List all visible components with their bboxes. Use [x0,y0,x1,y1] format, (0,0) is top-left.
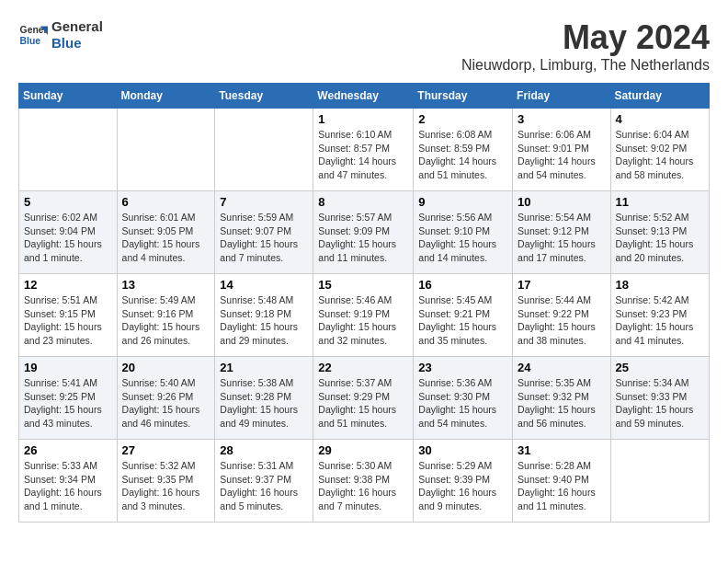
day-number: 14 [220,278,308,292]
sunrise-text: Sunrise: 5:45 AM [418,294,492,305]
calendar-cell: 14 Sunrise: 5:48 AM Sunset: 9:18 PM Dayl… [215,274,313,357]
sunrise-text: Sunrise: 5:32 AM [122,460,196,471]
day-number: 19 [24,361,112,374]
header-row: Sunday Monday Tuesday Wednesday Thursday… [19,84,710,109]
day-info: Sunrise: 5:42 AM Sunset: 9:23 PM Dayligh… [616,293,704,348]
calendar-cell: 30 Sunrise: 5:29 AM Sunset: 9:39 PM Dayl… [414,440,513,523]
calendar-cell: 21 Sunrise: 5:38 AM Sunset: 9:28 PM Dayl… [215,357,313,440]
sunrise-text: Sunrise: 5:29 AM [418,460,492,471]
sunrise-text: Sunrise: 5:36 AM [418,377,492,388]
sunrise-text: Sunrise: 5:52 AM [616,212,689,223]
day-number: 18 [616,278,704,292]
sunset-text: Sunset: 9:25 PM [24,391,96,402]
header-friday: Friday [513,84,611,109]
day-number: 6 [122,195,210,209]
day-number: 31 [518,443,606,457]
sunset-text: Sunset: 9:29 PM [318,391,390,402]
sunrise-text: Sunrise: 5:49 AM [122,294,196,305]
day-number: 21 [220,361,308,374]
sunset-text: Sunset: 9:19 PM [318,308,390,319]
calendar-cell: 26 Sunrise: 5:33 AM Sunset: 9:34 PM Dayl… [19,440,118,523]
sunset-text: Sunset: 9:37 PM [220,474,291,485]
day-info: Sunrise: 6:06 AM Sunset: 9:01 PM Dayligh… [518,128,606,182]
sunset-text: Sunset: 9:21 PM [418,308,490,319]
week-row-2: 5 Sunrise: 6:02 AM Sunset: 9:04 PM Dayli… [19,191,710,274]
calendar-cell [19,109,118,191]
daylight-text: Daylight: 16 hours and 11 minutes. [518,487,596,511]
sunset-text: Sunset: 9:13 PM [616,225,688,236]
header-thursday: Thursday [414,84,513,109]
day-number: 24 [518,361,606,374]
sunset-text: Sunset: 9:33 PM [616,391,688,402]
day-info: Sunrise: 5:36 AM Sunset: 9:30 PM Dayligh… [418,376,507,431]
day-info: Sunrise: 5:37 AM Sunset: 9:29 PM Dayligh… [318,376,408,431]
day-info: Sunrise: 6:02 AM Sunset: 9:04 PM Dayligh… [24,211,112,265]
daylight-text: Daylight: 15 hours and 7 minutes. [220,238,298,263]
sunrise-text: Sunrise: 6:01 AM [122,212,196,223]
day-info: Sunrise: 5:40 AM Sunset: 9:26 PM Dayligh… [122,376,210,431]
day-info: Sunrise: 6:01 AM Sunset: 9:05 PM Dayligh… [122,211,210,265]
day-number: 28 [220,443,308,457]
sunrise-text: Sunrise: 5:42 AM [616,294,689,305]
calendar-cell: 18 Sunrise: 5:42 AM Sunset: 9:23 PM Dayl… [610,274,709,357]
calendar-cell [610,440,709,523]
daylight-text: Daylight: 15 hours and 29 minutes. [220,321,298,346]
sunrise-text: Sunrise: 6:04 AM [616,129,689,140]
sunset-text: Sunset: 9:38 PM [318,474,390,485]
calendar-cell: 27 Sunrise: 5:32 AM Sunset: 9:35 PM Dayl… [117,440,215,523]
sunrise-text: Sunrise: 5:48 AM [220,294,293,305]
daylight-text: Daylight: 16 hours and 7 minutes. [318,487,396,511]
day-info: Sunrise: 5:45 AM Sunset: 9:21 PM Dayligh… [418,293,507,348]
sunset-text: Sunset: 9:05 PM [122,225,194,236]
daylight-text: Daylight: 15 hours and 23 minutes. [24,321,102,346]
daylight-text: Daylight: 15 hours and 41 minutes. [616,321,694,346]
sunset-text: Sunset: 9:22 PM [518,308,589,319]
day-number: 29 [318,443,408,457]
calendar-cell: 16 Sunrise: 5:45 AM Sunset: 9:21 PM Dayl… [414,274,513,357]
logo-blue-text: Blue [51,35,103,52]
title-block: May 2024 Nieuwdorp, Limburg, The Netherl… [461,18,710,74]
daylight-text: Daylight: 15 hours and 32 minutes. [318,321,396,346]
day-info: Sunrise: 5:56 AM Sunset: 9:10 PM Dayligh… [418,211,507,265]
daylight-text: Daylight: 15 hours and 35 minutes. [418,321,496,346]
calendar-cell: 1 Sunrise: 6:10 AM Sunset: 8:57 PM Dayli… [313,109,414,191]
daylight-text: Daylight: 15 hours and 4 minutes. [122,238,200,263]
sunrise-text: Sunrise: 5:31 AM [220,460,293,471]
week-row-5: 26 Sunrise: 5:33 AM Sunset: 9:34 PM Dayl… [19,440,710,523]
sunset-text: Sunset: 8:59 PM [418,143,490,154]
sunset-text: Sunset: 9:01 PM [518,143,589,154]
day-info: Sunrise: 5:48 AM Sunset: 9:18 PM Dayligh… [220,293,308,348]
calendar-cell: 8 Sunrise: 5:57 AM Sunset: 9:09 PM Dayli… [313,191,414,274]
daylight-text: Daylight: 14 hours and 54 minutes. [518,155,596,180]
sunset-text: Sunset: 9:28 PM [220,391,291,402]
calendar-cell: 10 Sunrise: 5:54 AM Sunset: 9:12 PM Dayl… [513,191,611,274]
daylight-text: Daylight: 15 hours and 46 minutes. [122,404,200,429]
sunset-text: Sunset: 9:09 PM [318,225,390,236]
sunrise-text: Sunrise: 5:30 AM [318,460,392,471]
sunset-text: Sunset: 9:18 PM [220,308,291,319]
daylight-text: Daylight: 15 hours and 59 minutes. [616,404,694,429]
sunrise-text: Sunrise: 5:46 AM [318,294,392,305]
daylight-text: Daylight: 14 hours and 58 minutes. [616,155,694,180]
week-row-1: 1 Sunrise: 6:10 AM Sunset: 8:57 PM Dayli… [19,109,710,191]
sunrise-text: Sunrise: 5:56 AM [418,212,492,223]
day-number: 3 [518,112,606,126]
sunrise-text: Sunrise: 5:38 AM [220,377,293,388]
sunrise-text: Sunrise: 5:40 AM [122,377,196,388]
daylight-text: Daylight: 15 hours and 14 minutes. [418,238,496,263]
day-number: 5 [24,195,112,209]
sunset-text: Sunset: 9:30 PM [418,391,490,402]
calendar-cell: 4 Sunrise: 6:04 AM Sunset: 9:02 PM Dayli… [610,109,709,191]
daylight-text: Daylight: 15 hours and 20 minutes. [616,238,694,263]
daylight-text: Daylight: 16 hours and 1 minute. [24,487,102,511]
day-number: 23 [418,361,507,374]
daylight-text: Daylight: 15 hours and 51 minutes. [318,404,396,429]
day-info: Sunrise: 5:28 AM Sunset: 9:40 PM Dayligh… [518,459,606,513]
calendar-cell: 13 Sunrise: 5:49 AM Sunset: 9:16 PM Dayl… [117,274,215,357]
sunset-text: Sunset: 8:57 PM [318,143,390,154]
day-info: Sunrise: 5:30 AM Sunset: 9:38 PM Dayligh… [318,459,408,513]
calendar-cell: 9 Sunrise: 5:56 AM Sunset: 9:10 PM Dayli… [414,191,513,274]
calendar-cell: 2 Sunrise: 6:08 AM Sunset: 8:59 PM Dayli… [414,109,513,191]
day-info: Sunrise: 5:38 AM Sunset: 9:28 PM Dayligh… [220,376,308,431]
day-info: Sunrise: 5:46 AM Sunset: 9:19 PM Dayligh… [318,293,408,348]
